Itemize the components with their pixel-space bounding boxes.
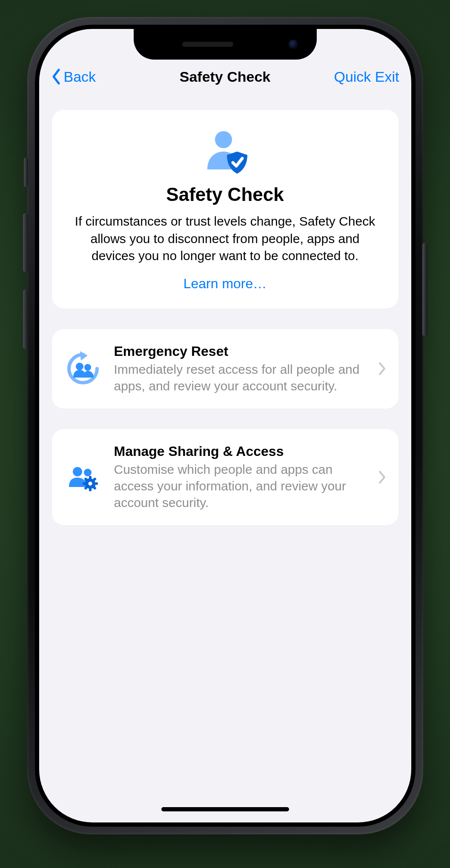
manage-sharing-row[interactable]: Manage Sharing & Access Customise which … xyxy=(52,429,398,525)
volume-up-button xyxy=(23,213,28,272)
svg-point-0 xyxy=(215,131,232,148)
svg-point-5 xyxy=(84,469,92,476)
screen: Back Safety Check Quick Exit xyxy=(39,29,411,822)
content-area: Safety Check If circumstances or trust l… xyxy=(39,93,411,525)
hero-description: If circumstances or trust levels change,… xyxy=(72,213,378,265)
back-label: Back xyxy=(64,69,96,85)
chevron-left-icon xyxy=(51,68,61,85)
side-power-button xyxy=(422,243,427,336)
manage-sharing-title: Manage Sharing & Access xyxy=(114,444,366,459)
svg-rect-9 xyxy=(83,482,86,485)
iphone-device-frame: Back Safety Check Quick Exit xyxy=(27,17,423,834)
back-button[interactable]: Back xyxy=(51,68,96,85)
volume-down-button xyxy=(23,289,28,349)
manage-sharing-description: Customise which people and apps can acce… xyxy=(114,461,366,511)
emergency-reset-body: Emergency Reset Immediately reset access… xyxy=(114,344,366,394)
svg-rect-8 xyxy=(89,488,92,491)
mute-switch xyxy=(24,158,28,187)
svg-point-3 xyxy=(84,364,91,371)
manage-sharing-body: Manage Sharing & Access Customise which … xyxy=(114,444,366,511)
people-gear-icon xyxy=(64,458,102,496)
svg-point-15 xyxy=(88,481,92,485)
device-inner-bezel: Back Safety Check Quick Exit xyxy=(35,25,416,827)
emergency-reset-title: Emergency Reset xyxy=(114,344,366,359)
chevron-right-icon xyxy=(378,361,387,376)
hero-title: Safety Check xyxy=(66,184,384,205)
person-shield-check-icon xyxy=(200,129,251,175)
emergency-reset-description: Immediately reset access for all people … xyxy=(114,361,366,394)
svg-rect-10 xyxy=(95,482,98,485)
learn-more-link[interactable]: Learn more… xyxy=(183,276,267,292)
home-indicator[interactable] xyxy=(161,807,289,811)
svg-rect-7 xyxy=(89,476,92,479)
quick-exit-button[interactable]: Quick Exit xyxy=(334,69,399,85)
chevron-right-icon xyxy=(378,470,387,484)
svg-marker-1 xyxy=(80,351,88,361)
notch xyxy=(134,29,317,60)
page-title: Safety Check xyxy=(180,69,271,85)
front-camera xyxy=(289,40,298,49)
svg-point-4 xyxy=(73,467,82,476)
quick-exit-label: Quick Exit xyxy=(334,69,399,85)
earpiece-speaker xyxy=(182,42,233,47)
svg-point-2 xyxy=(76,363,83,370)
safety-check-hero-card: Safety Check If circumstances or trust l… xyxy=(52,110,398,309)
people-reset-icon xyxy=(64,349,102,388)
emergency-reset-row[interactable]: Emergency Reset Immediately reset access… xyxy=(52,329,398,409)
